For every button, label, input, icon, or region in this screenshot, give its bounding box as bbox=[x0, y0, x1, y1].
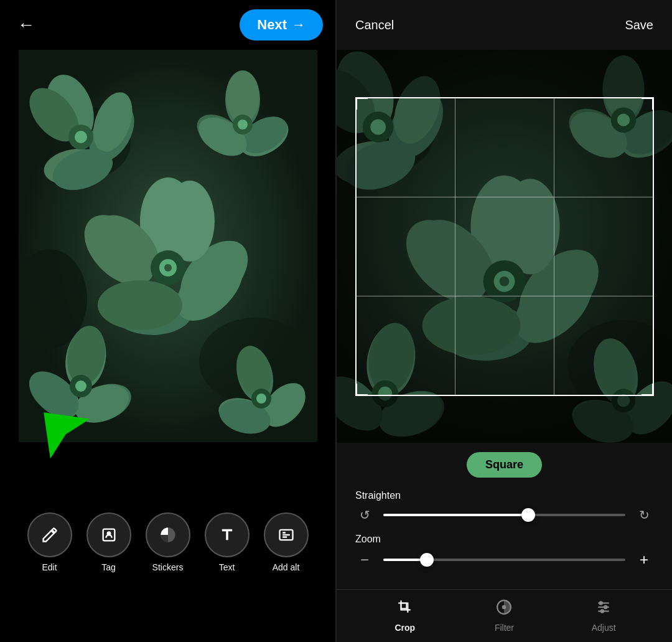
svg-point-38 bbox=[75, 380, 86, 392]
next-label: Next bbox=[257, 17, 287, 33]
next-button[interactable]: Next → bbox=[240, 9, 323, 40]
svg-point-100 bbox=[502, 605, 506, 610]
svg-point-11 bbox=[75, 131, 87, 143]
rotate-counter-icon[interactable]: ↺ bbox=[355, 507, 374, 522]
zoom-slider-row: − + bbox=[355, 551, 653, 569]
back-button[interactable]: ← bbox=[12, 11, 40, 39]
zoom-minus-icon[interactable]: − bbox=[355, 551, 374, 569]
image-preview bbox=[19, 50, 317, 442]
grid-line-h2 bbox=[357, 296, 653, 296]
adjust-icon bbox=[595, 599, 612, 619]
corner-handle-tl[interactable] bbox=[355, 97, 368, 110]
straighten-slider-row: ↺ ↻ bbox=[355, 507, 653, 522]
edit-icon-circle bbox=[27, 512, 72, 557]
next-arrow: → bbox=[292, 17, 306, 33]
square-badge-container: Square bbox=[355, 452, 653, 478]
stickers-icon-circle bbox=[146, 512, 190, 557]
corner-handle-bl[interactable] bbox=[355, 384, 368, 396]
crop-controls: Square Straighten ↺ ↻ Zoom − bbox=[337, 443, 672, 589]
svg-point-106 bbox=[601, 610, 604, 612]
corner-handle-br[interactable] bbox=[642, 384, 654, 396]
svg-point-26 bbox=[98, 280, 182, 330]
zoom-thumb[interactable] bbox=[420, 553, 434, 567]
add-alt-label: Add alt bbox=[273, 562, 300, 572]
svg-point-30 bbox=[164, 264, 172, 271]
straighten-track[interactable] bbox=[383, 514, 625, 516]
crop-frame[interactable] bbox=[355, 97, 654, 396]
straighten-label: Straighten bbox=[355, 490, 653, 501]
straighten-fill bbox=[383, 514, 528, 516]
overlay-bottom bbox=[337, 396, 672, 443]
left-panel: ← Next → bbox=[0, 0, 335, 642]
overlay-left bbox=[337, 97, 355, 396]
tool-tag[interactable]: Tag bbox=[82, 512, 135, 572]
square-button[interactable]: Square bbox=[467, 452, 542, 478]
grid-line-v1 bbox=[455, 98, 455, 395]
zoom-plus-icon[interactable]: + bbox=[635, 551, 653, 569]
grid-line-h1 bbox=[357, 197, 653, 197]
text-label: Text bbox=[219, 562, 235, 572]
arrow-indicator bbox=[25, 394, 93, 465]
filter-tab-label: Filter bbox=[495, 623, 514, 633]
zoom-label: Zoom bbox=[355, 534, 653, 545]
tool-add-alt[interactable]: Add alt bbox=[259, 512, 312, 572]
tool-stickers[interactable]: Stickers bbox=[141, 512, 194, 572]
svg-marker-47 bbox=[25, 394, 90, 458]
left-header: ← Next → bbox=[0, 0, 335, 50]
rotate-clock-icon[interactable]: ↻ bbox=[635, 507, 653, 522]
filter-icon bbox=[496, 599, 512, 619]
save-button[interactable]: Save bbox=[625, 18, 653, 32]
edit-label: Edit bbox=[42, 562, 57, 572]
svg-point-19 bbox=[238, 120, 248, 130]
toolbar-items: Edit Tag bbox=[17, 512, 319, 572]
straighten-thumb[interactable] bbox=[521, 508, 535, 522]
crop-image-container bbox=[337, 50, 672, 443]
zoom-track[interactable] bbox=[383, 559, 625, 561]
text-icon-circle bbox=[205, 512, 250, 557]
svg-point-104 bbox=[600, 602, 602, 604]
crop-tab-label: Crop bbox=[394, 623, 415, 633]
bottom-tabs: Crop Filter bbox=[337, 589, 672, 642]
right-panel: Cancel Save bbox=[337, 0, 672, 642]
cancel-button[interactable]: Cancel bbox=[355, 18, 394, 32]
tool-edit[interactable]: Edit bbox=[23, 512, 76, 572]
svg-point-24 bbox=[165, 181, 215, 262]
right-header: Cancel Save bbox=[337, 0, 672, 50]
overlay-right bbox=[653, 97, 672, 396]
tab-adjust[interactable]: Adjust bbox=[579, 599, 628, 633]
tag-icon-circle bbox=[86, 512, 131, 557]
adjust-tab-label: Adjust bbox=[592, 623, 616, 633]
svg-rect-98 bbox=[401, 603, 406, 609]
corner-handle-tr[interactable] bbox=[642, 97, 654, 110]
add-alt-icon-circle bbox=[264, 512, 309, 557]
tab-filter[interactable]: Filter bbox=[479, 599, 529, 633]
bottom-toolbar: Edit Tag bbox=[0, 442, 335, 642]
tab-crop[interactable]: Crop bbox=[380, 599, 430, 633]
svg-point-105 bbox=[604, 606, 607, 608]
crop-icon bbox=[397, 599, 413, 619]
straighten-control: Straighten ↺ ↻ bbox=[355, 490, 653, 522]
tool-text[interactable]: Text bbox=[200, 512, 253, 572]
svg-point-46 bbox=[256, 394, 266, 404]
zoom-control: Zoom − + bbox=[355, 534, 653, 569]
tag-label: Tag bbox=[101, 562, 116, 572]
grid-line-v2 bbox=[554, 98, 554, 395]
overlay-top bbox=[337, 50, 672, 97]
stickers-label: Stickers bbox=[152, 562, 184, 572]
